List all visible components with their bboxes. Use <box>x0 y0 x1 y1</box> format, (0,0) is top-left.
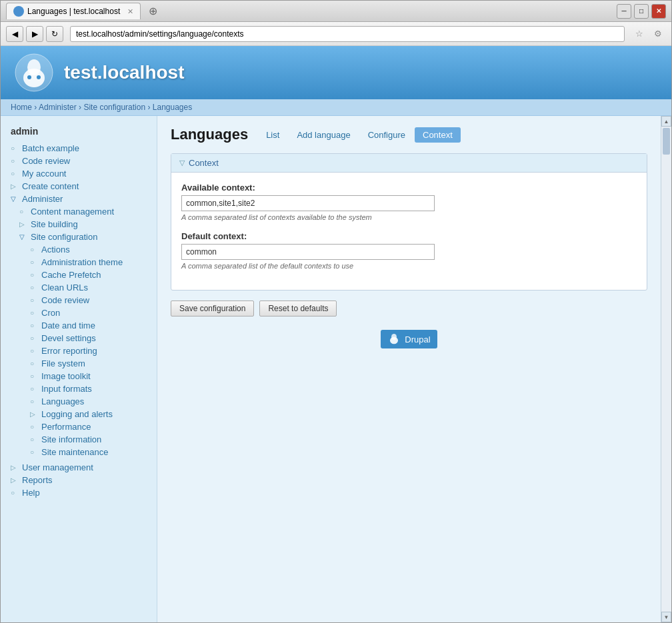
sidebar-link-code-review-2[interactable]: Code review <box>41 295 89 305</box>
default-context-input[interactable] <box>181 244 435 260</box>
site-title: test.localhost <box>64 62 184 83</box>
address-bar[interactable] <box>70 26 625 42</box>
sidebar: admin ○ Batch example ○ Code review <box>1 116 157 622</box>
sidebar-link-logging-alerts[interactable]: Logging and alerts <box>41 409 113 419</box>
default-context-group: Default context: A comma separated list … <box>181 231 637 270</box>
sidebar-link-languages[interactable]: Languages <box>41 396 84 406</box>
sidebar-link-file-system[interactable]: File system <box>41 358 85 368</box>
tab-close-icon[interactable]: ✕ <box>127 7 133 16</box>
sidebar-link-site-information[interactable]: Site information <box>41 434 101 444</box>
sidebar-item-site-information[interactable]: ○ Site information <box>1 433 157 446</box>
save-configuration-button[interactable]: Save configuration <box>171 301 254 316</box>
sidebar-item-actions[interactable]: ○ Actions <box>1 243 157 256</box>
sidebar-item-input-formats[interactable]: ○ Input formats <box>1 382 157 395</box>
sidebar-item-administer[interactable]: ▽ Administer <box>1 193 157 205</box>
sidebar-item-devel-settings[interactable]: ○ Devel settings <box>1 332 157 344</box>
sidebar-link-help[interactable]: Help <box>22 488 40 498</box>
sidebar-item-date-time[interactable]: ○ Date and time <box>1 319 157 332</box>
sidebar-item-my-account[interactable]: ○ My account <box>1 167 157 180</box>
triangle-right-icon: ▷ <box>11 476 19 484</box>
triangle-right-icon: ▷ <box>30 410 38 418</box>
sidebar-item-cron[interactable]: ○ Cron <box>1 307 157 319</box>
sidebar-link-devel-settings[interactable]: Devel settings <box>41 333 96 343</box>
available-context-input[interactable] <box>181 195 435 211</box>
breadcrumb: Home › Administer › Site configuration ›… <box>1 99 671 116</box>
sidebar-link-reports[interactable]: Reports <box>22 475 53 485</box>
sidebar-item-code-review-2[interactable]: ○ Code review <box>1 294 157 307</box>
sidebar-link-batch-example[interactable]: Batch example <box>22 143 79 153</box>
sidebar-link-image-toolkit[interactable]: Image toolkit <box>41 371 91 381</box>
sidebar-item-performance[interactable]: ○ Performance <box>1 420 157 433</box>
refresh-button[interactable]: ↻ <box>46 26 63 42</box>
back-button[interactable]: ◀ <box>6 26 23 42</box>
new-tab-button[interactable]: ⊕ <box>145 3 161 19</box>
tab-context[interactable]: Context <box>415 127 461 143</box>
sidebar-item-languages[interactable]: ○ Languages <box>1 395 157 408</box>
sidebar-link-date-time[interactable]: Date and time <box>41 320 95 330</box>
sidebar-item-cache-prefetch[interactable]: ○ Cache Prefetch <box>1 269 157 281</box>
sidebar-item-create-content[interactable]: ▷ Create content <box>1 180 157 193</box>
sidebar-link-clean-urls[interactable]: Clean URLs <box>41 283 88 293</box>
sidebar-item-batch-example[interactable]: ○ Batch example <box>1 142 157 155</box>
sidebar-item-user-management[interactable]: ▷ User management <box>1 461 157 474</box>
sidebar-item-admin-theme[interactable]: ○ Administration theme <box>1 256 157 269</box>
sidebar-link-administer[interactable]: Administer <box>22 194 63 204</box>
sidebar-item-code-review[interactable]: ○ Code review <box>1 155 157 167</box>
browser-tab[interactable]: Languages | test.localhost ✕ <box>6 3 141 19</box>
circle-icon: ○ <box>30 309 38 316</box>
sidebar-item-image-toolkit[interactable]: ○ Image toolkit <box>1 370 157 382</box>
sidebar-link-actions[interactable]: Actions <box>41 245 70 255</box>
sidebar-item-site-building[interactable]: ▷ Site building <box>1 218 157 231</box>
collapse-icon[interactable]: ▽ <box>179 159 185 167</box>
tab-add-language[interactable]: Add language <box>289 127 358 143</box>
sidebar-item-error-reporting[interactable]: ○ Error reporting <box>1 344 157 357</box>
breadcrumb-administer[interactable]: Administer <box>39 103 77 112</box>
breadcrumb-site-config[interactable]: Site configuration <box>83 103 145 112</box>
scroll-track <box>661 127 671 612</box>
sidebar-link-content-management[interactable]: Content management <box>31 207 114 217</box>
scroll-down-button[interactable]: ▼ <box>661 612 671 622</box>
bookmark-icon[interactable]: ☆ <box>631 26 647 42</box>
sidebar-link-site-maintenance[interactable]: Site maintenance <box>41 447 108 457</box>
sidebar-item-logging-alerts[interactable]: ▷ Logging and alerts <box>1 408 157 420</box>
sidebar-link-admin-theme[interactable]: Administration theme <box>41 257 123 267</box>
minimize-button[interactable]: ─ <box>617 4 631 19</box>
reset-defaults-button[interactable]: Reset to defaults <box>259 301 337 316</box>
sidebar-link-error-reporting[interactable]: Error reporting <box>41 346 97 356</box>
sidebar-item-help[interactable]: ○ Help <box>1 486 157 499</box>
sidebar-link-code-review[interactable]: Code review <box>22 156 70 166</box>
default-context-label: Default context: <box>181 231 637 241</box>
sidebar-item-site-maintenance[interactable]: ○ Site maintenance <box>1 446 157 458</box>
sidebar-link-create-content[interactable]: Create content <box>22 181 79 191</box>
circle-icon: ○ <box>19 208 27 215</box>
close-button[interactable]: ✕ <box>651 4 666 19</box>
maximize-button[interactable]: □ <box>634 4 649 19</box>
breadcrumb-home[interactable]: Home <box>11 103 32 112</box>
sidebar-item-reports[interactable]: ▷ Reports <box>1 474 157 486</box>
sidebar-link-performance[interactable]: Performance <box>41 422 91 432</box>
circle-icon: ○ <box>30 259 38 266</box>
tab-list[interactable]: List <box>258 127 287 143</box>
sidebar-link-my-account[interactable]: My account <box>22 169 66 179</box>
scroll-thumb[interactable] <box>663 128 670 155</box>
tools-icon[interactable]: ⚙ <box>650 26 666 42</box>
sidebar-item-clean-urls[interactable]: ○ Clean URLs <box>1 281 157 294</box>
sidebar-item-site-configuration[interactable]: ▽ Site configuration <box>1 231 157 243</box>
sidebar-link-site-configuration[interactable]: Site configuration <box>31 232 97 242</box>
sidebar-link-cache-prefetch[interactable]: Cache Prefetch <box>41 270 101 280</box>
sidebar-link-site-building[interactable]: Site building <box>31 219 78 229</box>
circle-icon: ○ <box>30 398 38 405</box>
available-context-group: Available context: A comma separated lis… <box>181 183 637 221</box>
main-layout: admin ○ Batch example ○ Code review <box>1 116 671 622</box>
sidebar-link-user-management[interactable]: User management <box>22 462 93 472</box>
sidebar-item-content-management[interactable]: ○ Content management <box>1 205 157 218</box>
sidebar-link-cron[interactable]: Cron <box>41 308 60 318</box>
svg-point-6 <box>391 334 397 340</box>
drupal-footer: Drupal <box>171 316 647 362</box>
forward-button[interactable]: ▶ <box>26 26 43 42</box>
scroll-up-button[interactable]: ▲ <box>661 116 671 127</box>
tab-configure[interactable]: Configure <box>360 127 413 143</box>
sidebar-link-input-formats[interactable]: Input formats <box>41 384 92 394</box>
sidebar-item-file-system[interactable]: ○ File system <box>1 357 157 370</box>
breadcrumb-languages[interactable]: Languages <box>153 103 192 112</box>
